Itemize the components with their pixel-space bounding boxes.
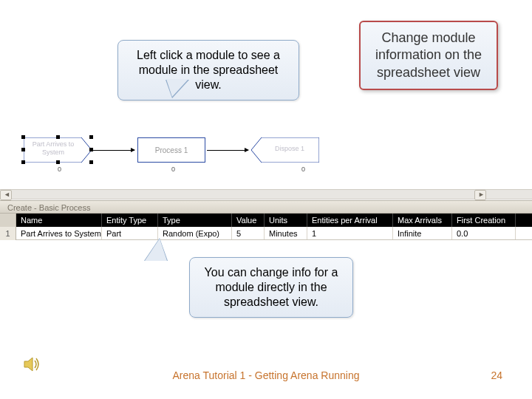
create-count: 0	[58, 166, 61, 173]
scroll-right-button[interactable]: ►	[474, 190, 486, 200]
spreadsheet-row[interactable]: 1 Part Arrives to SystemPartRandom (Expo…	[0, 227, 532, 240]
cell[interactable]: Minutes	[265, 227, 307, 239]
callout-left-click: Left click a module to see a module in t…	[117, 40, 299, 100]
dispose-module-label: Dispose 1	[263, 145, 316, 152]
cell[interactable]: Random (Expo)	[158, 227, 232, 239]
chevron-left-icon: ◄	[4, 191, 10, 198]
cell[interactable]: 1	[307, 227, 393, 239]
create-module[interactable]: Part Arrives to System	[24, 137, 92, 163]
spreadsheet-section-bar: Create - Basic Process	[0, 200, 532, 214]
row-number: 1	[0, 227, 16, 240]
column-header: Name	[16, 214, 102, 227]
cell[interactable]: 5	[232, 227, 265, 239]
column-header: Type	[158, 214, 232, 227]
callout-bottom-tail	[145, 239, 167, 261]
process-module-label: Process 1	[155, 146, 188, 154]
model-view: Part Arrives to System 0 Process 1 0 Dis…	[10, 126, 513, 185]
cell[interactable]: Infinite	[393, 227, 452, 239]
connector-1	[93, 150, 134, 151]
column-header: Max Arrivals	[393, 214, 452, 227]
column-header: Value	[232, 214, 265, 227]
column-header: Entities per Arrival	[307, 214, 393, 227]
spreadsheet-header: NameEntity TypeTypeValueUnitsEntities pe…	[0, 214, 532, 227]
column-header: First Creation	[452, 214, 516, 227]
create-module-label: Part Arrives to System	[27, 140, 80, 157]
scroll-left-button[interactable]: ◄	[0, 190, 12, 200]
cell[interactable]: Part Arrives to System	[16, 227, 102, 239]
connector-2	[207, 150, 248, 151]
callout-left-click-text: Left click a module to see a module in t…	[137, 49, 280, 91]
process-module[interactable]: Process 1	[137, 137, 205, 163]
callout-change-info-text: You can change info for a module directl…	[205, 266, 338, 308]
callout-change-info: You can change info for a module directl…	[189, 257, 353, 318]
footer-page-number: 24	[491, 369, 502, 381]
column-header: Units	[265, 214, 307, 227]
column-header: Entity Type	[102, 214, 158, 227]
process-count: 0	[171, 166, 175, 173]
chevron-right-icon: ►	[478, 191, 485, 198]
callout-tail	[166, 79, 188, 97]
spreadsheet-corner	[0, 214, 16, 227]
cell[interactable]: 0.0	[452, 227, 516, 239]
slide-title: Change module information on the spreads…	[359, 21, 498, 90]
horizontal-scrollbar[interactable]: ◄ ►	[0, 189, 532, 200]
footer-title: Arena Tutorial 1 - Getting Arena Running	[0, 369, 532, 381]
dispose-module[interactable]: Dispose 1	[251, 137, 319, 163]
dispose-count: 0	[301, 166, 305, 173]
